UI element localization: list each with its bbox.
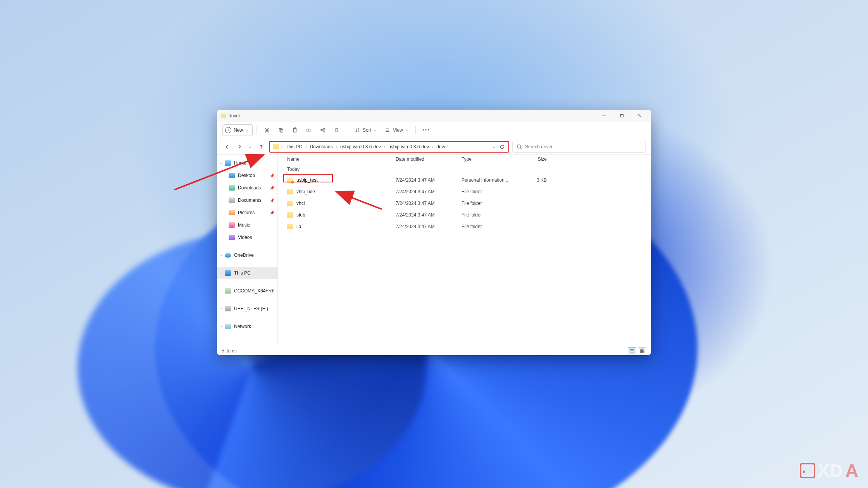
chevron-down-icon: ⌄ <box>282 167 285 171</box>
file-name: vhci_ude <box>296 189 315 194</box>
large-icons-view-button[interactable] <box>638 347 646 354</box>
file-row[interactable]: lib 7/24/2024 3:47 AM File folder <box>278 221 651 232</box>
chevron-right-icon: › <box>431 144 434 149</box>
svg-rect-1 <box>621 114 623 117</box>
file-type: Personal Information ... <box>462 177 516 183</box>
maximize-button[interactable] <box>613 110 631 122</box>
pin-icon: 📌 <box>270 174 274 178</box>
column-type[interactable]: Type <box>462 156 516 162</box>
new-button[interactable]: + New ⌄ <box>222 124 253 136</box>
sort-icon <box>354 127 360 133</box>
sidebar-item-downloads[interactable]: Downloads 📌 <box>217 182 277 194</box>
divider <box>257 126 257 134</box>
breadcrumb-item[interactable]: usbip-win-0.3.6-dev <box>388 144 430 149</box>
svg-rect-7 <box>280 129 283 132</box>
pin-icon: 📌 <box>270 198 274 203</box>
desktop-icon <box>229 173 235 178</box>
delete-button[interactable] <box>331 124 343 136</box>
sort-button[interactable]: Sort ⌄ <box>351 124 380 136</box>
music-icon <box>229 222 235 228</box>
sidebar-label: Pictures <box>238 210 255 215</box>
svg-line-19 <box>520 148 522 149</box>
sidebar-item-desktop[interactable]: Desktop 📌 <box>217 169 277 182</box>
folder-icon <box>287 212 293 218</box>
svg-rect-26 <box>642 351 644 353</box>
delete-icon <box>334 127 340 133</box>
search-box[interactable] <box>512 141 646 153</box>
pictures-icon <box>229 210 235 215</box>
folder-icon <box>221 113 226 118</box>
breadcrumb-item[interactable]: This PC <box>285 144 303 149</box>
rename-button[interactable] <box>303 124 315 136</box>
chevron-right-icon: › <box>383 144 386 149</box>
address-bar[interactable]: › This PC › Downloads › usbip-win-0.3.6-… <box>269 141 509 153</box>
breadcrumb-item[interactable]: driver <box>436 144 449 149</box>
file-type: File folder <box>462 224 516 229</box>
recent-button[interactable]: ⌄ <box>247 142 253 151</box>
file-date: 7/24/2024 3:47 AM <box>396 201 462 206</box>
divider <box>415 126 416 134</box>
videos-icon <box>229 235 235 240</box>
folder-icon <box>273 144 279 149</box>
file-date: 7/24/2024 3:47 AM <box>396 189 462 194</box>
new-label: New <box>234 127 243 133</box>
sidebar-item-pictures[interactable]: Pictures 📌 <box>217 206 277 219</box>
view-button[interactable]: View ⌄ <box>381 124 412 136</box>
sidebar-item-home[interactable]: ⌄ Home <box>217 157 277 169</box>
share-icon <box>320 127 326 133</box>
sidebar-item-documents[interactable]: Documents 📌 <box>217 194 277 206</box>
column-name[interactable]: Name <box>287 156 396 162</box>
file-type: File folder <box>462 189 516 194</box>
xda-text: XD <box>818 460 843 481</box>
file-name: stub <box>296 212 305 218</box>
sidebar-label: CCCOMA_X64FRE_E <box>234 288 274 294</box>
sidebar-item-drive[interactable]: › CCCOMA_X64FRE_E <box>217 285 277 297</box>
sidebar-item-videos[interactable]: Videos <box>217 231 277 244</box>
sidebar-item-network[interactable]: › Network <box>217 320 277 333</box>
svg-rect-23 <box>640 349 642 351</box>
sidebar-item-drive[interactable]: › UEFI_NTFS (E:) <box>217 302 277 315</box>
details-view-button[interactable] <box>628 347 636 354</box>
sidebar-item-onedrive[interactable]: › OneDrive <box>217 249 277 261</box>
file-row[interactable]: vhci 7/24/2024 3:47 AM File folder <box>278 198 651 209</box>
up-button[interactable] <box>257 142 266 151</box>
forward-button[interactable] <box>235 142 244 151</box>
sidebar-item-music[interactable]: Music <box>217 219 277 231</box>
breadcrumb-item[interactable]: Downloads <box>309 144 333 149</box>
group-header[interactable]: ⌄ Today <box>278 164 651 174</box>
pin-icon: 📌 <box>270 211 274 215</box>
file-row[interactable]: usbip_test 7/24/2024 3:47 AM Personal In… <box>278 174 651 186</box>
cut-button[interactable] <box>261 124 273 136</box>
file-row[interactable]: stub 7/24/2024 3:47 AM File folder <box>278 209 651 221</box>
body: ⌄ Home Desktop 📌 Downloads 📌 Documents 📌 <box>217 155 651 346</box>
explorer-window: driver + New ⌄ Sort ⌄ <box>217 110 651 355</box>
file-type: File folder <box>462 201 516 206</box>
svg-point-18 <box>517 144 521 148</box>
nav-row: ⌄ › This PC › Downloads › usbip-win-0.3.… <box>217 139 651 155</box>
minimize-button[interactable] <box>595 110 613 122</box>
column-date[interactable]: Date modified <box>396 156 462 162</box>
chevron-right-icon: › <box>219 289 223 293</box>
paste-button[interactable] <box>289 124 301 136</box>
network-icon <box>225 324 231 329</box>
copy-button[interactable] <box>275 124 287 136</box>
breadcrumb-item[interactable]: usbip-win-0.3.6-dev <box>339 144 382 149</box>
column-size[interactable]: Size <box>516 156 558 162</box>
close-button[interactable] <box>631 110 649 122</box>
share-button[interactable] <box>317 124 329 136</box>
file-row[interactable]: vhci_ude 7/24/2024 3:47 AM File folder <box>278 186 651 198</box>
sidebar-item-this-pc[interactable]: › This PC <box>217 267 277 279</box>
svg-point-14 <box>324 131 325 132</box>
back-button[interactable] <box>222 142 232 151</box>
chevron-down-icon: ⌄ <box>245 128 248 132</box>
search-input[interactable] <box>525 144 641 149</box>
certificate-icon <box>287 177 293 183</box>
chevron-right-icon: › <box>219 307 223 311</box>
chevron-right-icon: › <box>281 144 283 149</box>
sidebar-label: Home <box>234 160 246 166</box>
file-list: Name Date modified Type Size ⌄ Today usb… <box>278 155 651 346</box>
refresh-button[interactable] <box>499 144 505 150</box>
titlebar[interactable]: driver <box>217 110 651 122</box>
more-button[interactable]: ••• <box>420 124 433 136</box>
address-dropdown[interactable]: ⌄ <box>490 144 498 149</box>
